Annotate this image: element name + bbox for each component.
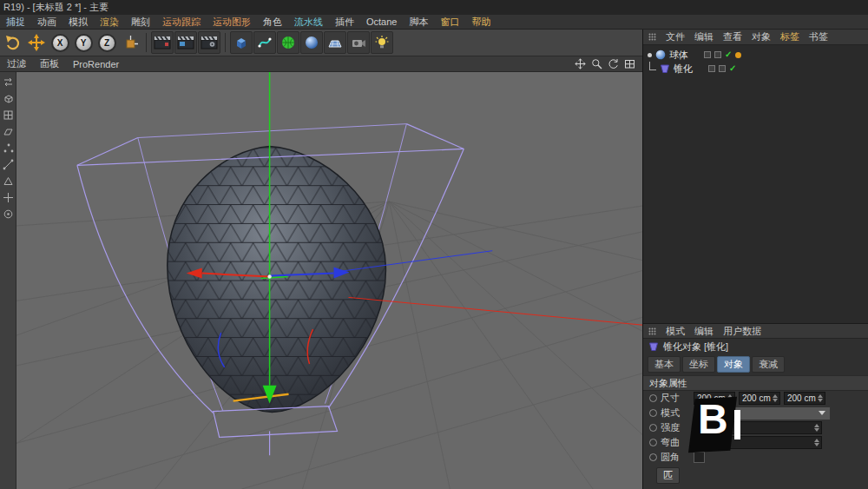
menu-item-mograph[interactable]: 运动图形 xyxy=(207,16,257,29)
om-menu-objects[interactable]: 对象 xyxy=(752,30,771,43)
fit-to-parent-button[interactable]: 匹 xyxy=(656,467,680,484)
undo-button[interactable] xyxy=(2,31,24,54)
titlebar[interactable]: R19) - [未标题 2 *] - 主要 xyxy=(0,0,868,15)
tag-icon[interactable] xyxy=(735,52,741,58)
menu-item-help[interactable]: 帮助 xyxy=(465,16,496,29)
field-row-size: 尺寸 200 cm 200 cm 200 cm xyxy=(643,391,868,406)
menu-item-pipeline[interactable]: 流水线 xyxy=(288,16,329,29)
mode-dropdown[interactable]: 限制 xyxy=(694,406,831,420)
editor-visibility-dot[interactable] xyxy=(708,65,715,72)
keyframe-dot[interactable] xyxy=(649,409,657,417)
size-x-field[interactable]: 200 cm xyxy=(694,392,735,405)
spinner-arrows-icon[interactable] xyxy=(726,394,734,402)
spinner-arrows-icon[interactable] xyxy=(771,394,779,402)
strength-field[interactable] xyxy=(694,421,822,434)
zoom-view-icon[interactable] xyxy=(591,58,602,69)
cube-primitive-button[interactable] xyxy=(230,31,253,54)
enabled-check-icon[interactable]: ✓ xyxy=(729,64,736,73)
field-row-curvature: 弯曲 xyxy=(643,435,868,450)
spinner-arrows-icon[interactable] xyxy=(816,394,825,402)
om-menu-bookmarks[interactable]: 书签 xyxy=(809,30,828,43)
subdivision-surface-icon xyxy=(280,35,296,50)
menu-item-motion-tracker[interactable]: 运动跟踪 xyxy=(156,16,207,29)
polygons-mode-button[interactable] xyxy=(3,175,14,187)
menu-item-script[interactable]: 脚本 xyxy=(403,16,434,29)
pan-view-icon[interactable] xyxy=(575,58,586,69)
enabled-check-icon[interactable]: ✓ xyxy=(725,50,732,59)
om-menu-file[interactable]: 文件 xyxy=(666,30,685,43)
tab-falloff[interactable]: 衰减 xyxy=(752,356,785,373)
size-y-field[interactable]: 200 cm xyxy=(739,392,780,405)
light-object-button[interactable] xyxy=(371,31,393,54)
tab-coord[interactable]: 坐标 xyxy=(682,356,715,373)
axis-mode-button[interactable] xyxy=(3,192,14,203)
sphere-primitive-button[interactable] xyxy=(300,31,323,54)
section-object-properties[interactable]: 对象属性 xyxy=(643,375,868,391)
viewport-3d[interactable] xyxy=(16,72,642,489)
convert-mode-button[interactable] xyxy=(3,76,14,88)
menu-item-sculpt[interactable]: 雕刻 xyxy=(125,16,156,29)
keyframe-dot[interactable] xyxy=(649,394,657,402)
tree-row-taper[interactable]: 锥化 ✓ xyxy=(643,62,868,76)
am-menu-edit[interactable]: 编辑 xyxy=(694,325,713,338)
tree-row-sphere[interactable]: 球体 ✓ xyxy=(643,48,868,62)
fillet-checkbox[interactable] xyxy=(694,452,705,463)
om-menu-tags[interactable]: 标签 xyxy=(780,30,799,43)
texture-mode-button[interactable] xyxy=(3,109,14,121)
tab-object[interactable]: 对象 xyxy=(717,356,750,373)
workplane-mode-button[interactable] xyxy=(3,126,14,137)
solo-mode-button[interactable] xyxy=(3,208,14,220)
edges-mode-button[interactable] xyxy=(3,159,14,170)
keyframe-dot[interactable] xyxy=(649,439,657,446)
model-mode-button[interactable] xyxy=(3,93,14,104)
move-tool-button[interactable] xyxy=(25,31,48,54)
render-picture-viewer-button[interactable] xyxy=(174,31,197,54)
render-settings-button[interactable] xyxy=(198,31,220,54)
lock-x-button[interactable]: X xyxy=(49,31,71,54)
menu-item-character[interactable]: 角色 xyxy=(257,16,288,29)
light-icon xyxy=(374,35,390,50)
menu-item-animation[interactable]: 动画 xyxy=(31,16,62,29)
keyframe-dot[interactable] xyxy=(649,424,657,432)
menu-item-octane[interactable]: Octane xyxy=(360,17,403,27)
undo-icon xyxy=(4,34,22,51)
render-visibility-dot[interactable] xyxy=(714,51,721,58)
spline-pen-button[interactable] xyxy=(253,31,276,54)
floor-object-button[interactable] xyxy=(324,31,346,54)
coordinate-system-button[interactable] xyxy=(119,31,141,54)
keyframe-dot[interactable] xyxy=(649,453,657,461)
om-menu-view[interactable]: 查看 xyxy=(723,30,742,43)
menu-item-window[interactable]: 窗口 xyxy=(434,16,465,29)
am-menu-mode[interactable]: 模式 xyxy=(666,325,685,338)
menu-item-snap[interactable]: 捕捉 xyxy=(0,16,31,29)
viewport-menu-prorender[interactable]: ProRender xyxy=(73,59,119,69)
om-menu-edit[interactable]: 编辑 xyxy=(694,30,713,43)
size-z-field[interactable]: 200 cm xyxy=(784,392,825,405)
convert-icon xyxy=(4,78,12,86)
expand-toggle[interactable] xyxy=(648,53,652,57)
toggle-view-icon[interactable] xyxy=(624,58,635,69)
viewport-menu-filter[interactable]: 过滤 xyxy=(7,57,26,70)
lock-z-button[interactable]: Z xyxy=(95,31,118,54)
subdivision-surface-button[interactable] xyxy=(277,31,299,54)
am-menu-userdata[interactable]: 用户数据 xyxy=(723,325,761,338)
camera-object-button[interactable] xyxy=(347,31,370,54)
spinner-arrows-icon[interactable] xyxy=(812,439,821,446)
curvature-field[interactable] xyxy=(694,436,822,449)
menu-item-render[interactable]: 渲染 xyxy=(94,16,125,29)
field-value: 200 cm xyxy=(694,393,726,403)
viewport-menu-panel[interactable]: 面板 xyxy=(40,57,59,70)
tab-basic[interactable]: 基本 xyxy=(648,356,681,373)
panel-grid-icon[interactable] xyxy=(648,327,656,335)
lock-y-button[interactable]: Y xyxy=(72,31,95,54)
editor-visibility-dot[interactable] xyxy=(704,51,711,58)
panel-grid-icon[interactable] xyxy=(648,33,656,41)
polygons-mode-icon xyxy=(4,178,12,185)
points-mode-button[interactable] xyxy=(3,142,14,154)
rotate-view-icon[interactable] xyxy=(608,58,619,69)
menu-item-simulate[interactable]: 模拟 xyxy=(62,16,94,29)
render-visibility-dot[interactable] xyxy=(719,65,726,72)
spinner-arrows-icon[interactable] xyxy=(812,424,821,432)
menu-item-plugins[interactable]: 插件 xyxy=(329,16,360,29)
render-view-button[interactable] xyxy=(151,31,174,54)
